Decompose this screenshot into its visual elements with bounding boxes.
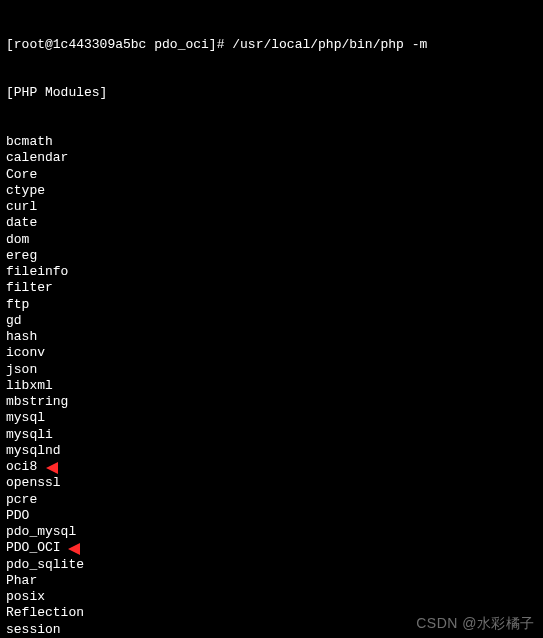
highlight-arrow-icon [44, 461, 92, 475]
module-line: gd [6, 313, 537, 329]
module-line: PDO_OCI [6, 540, 537, 556]
section-header: [PHP Modules] [6, 85, 537, 101]
module-line: dom [6, 232, 537, 248]
module-line: Core [6, 167, 537, 183]
command-text: /usr/local/php/bin/php -m [232, 37, 427, 53]
module-line: pdo_mysql [6, 524, 537, 540]
watermark: CSDN @水彩橘子 [416, 615, 535, 633]
module-line: iconv [6, 345, 537, 361]
shell-prompt: [root@1c443309a5bc pdo_oci]# [6, 37, 232, 53]
module-list: bcmathcalendarCorectypecurldatedomeregfi… [6, 134, 537, 638]
module-line: filter [6, 280, 537, 296]
module-line: ctype [6, 183, 537, 199]
module-line: mysqlnd [6, 443, 537, 459]
module-line: date [6, 215, 537, 231]
module-line: pcre [6, 492, 537, 508]
module-line: fileinfo [6, 264, 537, 280]
module-line: Phar [6, 573, 537, 589]
module-line: pdo_sqlite [6, 557, 537, 573]
module-line: ftp [6, 297, 537, 313]
module-line: bcmath [6, 134, 537, 150]
module-line: ereg [6, 248, 537, 264]
terminal-output: [root@1c443309a5bc pdo_oci]# /usr/local/… [6, 4, 537, 638]
highlight-arrow-icon [66, 542, 114, 556]
module-line: openssl [6, 475, 537, 491]
module-line: posix [6, 589, 537, 605]
prompt-line: [root@1c443309a5bc pdo_oci]# /usr/local/… [6, 37, 537, 53]
module-line: calendar [6, 150, 537, 166]
module-line: mbstring [6, 394, 537, 410]
module-line: mysqli [6, 427, 537, 443]
module-line: curl [6, 199, 537, 215]
module-line: json [6, 362, 537, 378]
module-line: mysql [6, 410, 537, 426]
module-line: oci8 [6, 459, 537, 475]
module-line: PDO [6, 508, 537, 524]
module-line: hash [6, 329, 537, 345]
module-line: libxml [6, 378, 537, 394]
